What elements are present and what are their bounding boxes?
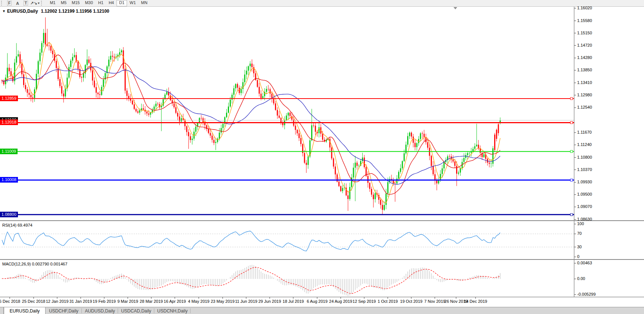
price-tick-label: 1.15150 bbox=[577, 31, 592, 35]
date-tick-label: 7 Nov 2019 bbox=[424, 299, 445, 304]
price-tick-label: 1.16020 bbox=[577, 6, 592, 10]
price-badge-1.08800: 1.08800 bbox=[0, 212, 18, 217]
chart-shift-marker-icon[interactable] bbox=[453, 7, 457, 9]
hline-handle[interactable] bbox=[570, 150, 573, 153]
symbol-tab-usdcnh[interactable]: USDCNH,Daily bbox=[154, 307, 191, 314]
hline-handle[interactable] bbox=[570, 214, 573, 216]
symbol-tab-usdcad[interactable]: USDCAD,Daily bbox=[118, 307, 154, 314]
chart-title: ▼EURUSD,Daily1.12002 1.12199 1.11956 1.1… bbox=[2, 9, 109, 14]
price-tick-label: 1.13410 bbox=[577, 80, 592, 85]
ohlc-close: 1.12100 bbox=[93, 9, 109, 14]
date-tick-label: 19 Feb 2019 bbox=[93, 299, 116, 304]
tabs: EURUSD,DailyUSDCHF,DailyAUDUSD,DailyUSDC… bbox=[4, 307, 191, 314]
hline-handle[interactable] bbox=[570, 179, 573, 181]
date-tick-label: 29 Jun 2019 bbox=[258, 299, 281, 304]
chart-canvas bbox=[0, 0, 644, 314]
macd-panel bbox=[2, 265, 500, 296]
date-tick-label: 9 Mar 2019 bbox=[117, 299, 138, 304]
macd-panel-title: MACD(12,26,9) 0.002790 0.001467 bbox=[2, 262, 67, 266]
date-tick-label: 25 Dec 2018 bbox=[22, 299, 45, 304]
macd-signal-value: 0.001467 bbox=[50, 262, 67, 266]
rsi-panel bbox=[1, 231, 574, 251]
price-tick-label: 1.11240 bbox=[577, 142, 592, 147]
macd-main-value: 0.002790 bbox=[32, 262, 49, 266]
rsi-tick-label: 30 bbox=[577, 245, 582, 249]
price-tick-label: 1.14720 bbox=[577, 43, 592, 47]
hline-handle[interactable] bbox=[570, 97, 573, 100]
price-tick-label: 1.09070 bbox=[577, 204, 592, 209]
price-tick-label: 1.10800 bbox=[577, 155, 592, 159]
date-tick-label: 12 Sep 2019 bbox=[353, 299, 376, 304]
price-tick-label: 1.09500 bbox=[577, 192, 592, 196]
rsi-tick-label: 70 bbox=[577, 231, 582, 236]
price-tick-label: 1.11670 bbox=[577, 130, 592, 134]
macd-tick-label: 0.00463 bbox=[577, 261, 592, 265]
date-tick-label: 14 Dec 2019 bbox=[464, 299, 487, 304]
rsi-panel-title: RSI(14) 69.4974 bbox=[2, 223, 32, 227]
date-tick-label: 6 Aug 2019 bbox=[307, 299, 328, 304]
price-panel bbox=[1, 18, 501, 215]
date-tick-label: 19 Oct 2019 bbox=[400, 299, 422, 304]
price-tick-label: 1.10370 bbox=[577, 167, 592, 172]
price-tick-label: 1.15580 bbox=[577, 18, 592, 23]
date-tick-label: 24 Aug 2019 bbox=[329, 299, 352, 304]
tabbar-stub bbox=[0, 307, 4, 314]
symbol-tab-bar: EURUSD,DailyUSDCHF,DailyAUDUSD,DailyUSDC… bbox=[0, 307, 644, 314]
ma-34-line bbox=[2, 67, 500, 184]
date-tick-label: 18 Jul 2019 bbox=[283, 299, 304, 304]
price-tick-label: 1.12980 bbox=[577, 93, 592, 97]
date-tick-label: 28 Mar 2019 bbox=[140, 299, 163, 304]
price-badge-1.10008: 1.10008 bbox=[0, 177, 18, 183]
price-tick-label: 1.09930 bbox=[577, 180, 592, 184]
macd-tick-label: 0.00 bbox=[577, 276, 585, 281]
rsi-tick-label: 100 bbox=[577, 221, 584, 226]
mt4-window: { "toolbar": { "icons": [ {"name": "temp… bbox=[0, 0, 644, 314]
ma-13-line bbox=[2, 55, 500, 195]
macd-tick-label: -0.005299 bbox=[577, 292, 596, 296]
price-badge-1.12018: 1.12018 bbox=[0, 119, 18, 125]
symbol-tab-usdchf[interactable]: USDCHF,Daily bbox=[46, 307, 82, 314]
date-tick-label: 23 May 2019 bbox=[211, 299, 235, 304]
rsi-tick-label: 0 bbox=[577, 254, 579, 259]
price-tick-label: 1.12540 bbox=[577, 105, 592, 109]
symbol-tab-eurusd[interactable]: EURUSD,Daily bbox=[4, 307, 46, 314]
date-tick-label: 12 Jan 2019 bbox=[46, 299, 69, 304]
price-badge-1.11009: 1.11009 bbox=[0, 149, 18, 154]
hline-handle[interactable] bbox=[570, 121, 573, 124]
price-tick-label: 1.14280 bbox=[577, 55, 592, 60]
chevron-down-icon[interactable]: ▼ bbox=[2, 9, 6, 13]
ohlc-open: 1.12002 bbox=[41, 9, 57, 14]
date-tick-label: 11 Jun 2019 bbox=[235, 299, 257, 304]
date-tick-label: 1 Oct 2019 bbox=[378, 299, 398, 304]
candles-layer bbox=[1, 18, 501, 215]
rsi-value: 69.4974 bbox=[18, 223, 32, 227]
date-tick-label: 6 Dec 2018 bbox=[0, 299, 20, 304]
date-tick-label: 4 May 2019 bbox=[188, 299, 209, 304]
price-tick-label: 1.08630 bbox=[577, 217, 592, 221]
date-tick-label: 16 Apr 2019 bbox=[164, 299, 186, 304]
ohlc-high: 1.12199 bbox=[58, 9, 74, 14]
price-tick-label: 1.13850 bbox=[577, 68, 592, 72]
macd-signal-line bbox=[2, 267, 500, 293]
ohlc-low: 1.11956 bbox=[76, 9, 92, 14]
symbol-tab-audusd[interactable]: AUDUSD,Daily bbox=[82, 307, 118, 314]
symbol-period-label: EURUSD,Daily bbox=[7, 9, 38, 14]
price-badge-1.12859: 1.12859 bbox=[0, 96, 18, 101]
date-tick-label: 31 Jan 2019 bbox=[69, 299, 92, 304]
